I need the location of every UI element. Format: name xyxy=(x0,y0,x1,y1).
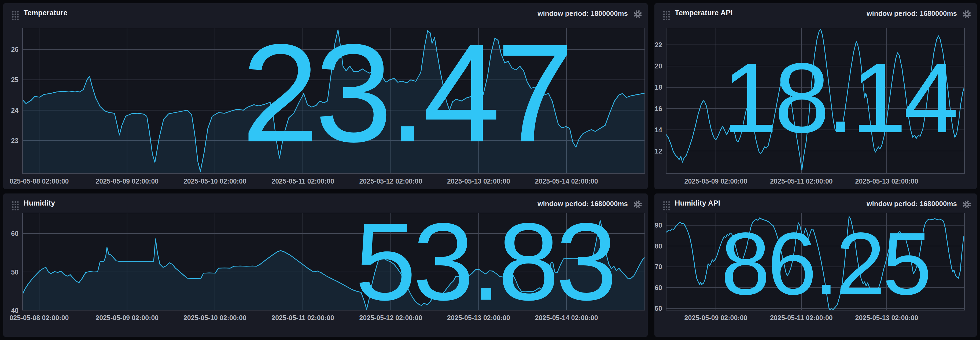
y-axis-tick-label: 70 xyxy=(654,263,662,271)
x-axis-tick-label: 2025-05-14 02:00:00 xyxy=(526,314,607,322)
chart-humidity[interactable]: 605040025-05-08 02:00:002025-05-09 02:00… xyxy=(3,193,648,337)
x-axis-tick-label: 2025-05-12 02:00:00 xyxy=(350,314,431,322)
y-axis-tick-label: 25 xyxy=(3,76,19,84)
y-axis-tick-label: 60 xyxy=(3,230,19,238)
y-axis-tick-label: 60 xyxy=(654,284,662,292)
x-axis-tick-label: 2025-05-12 02:00:00 xyxy=(350,177,431,185)
x-axis-tick-label: 2025-05-14 02:00:00 xyxy=(526,177,607,185)
plot-area[interactable] xyxy=(22,28,645,174)
y-axis-tick-label: 26 xyxy=(3,45,19,53)
y-axis-tick-label: 12 xyxy=(654,147,662,155)
x-axis-tick-label: 2025-05-11 02:00:00 xyxy=(761,314,842,322)
y-axis-tick-label: 20 xyxy=(654,62,662,70)
panel-temperature: Temperature window period: 1800000ms 262… xyxy=(3,3,648,189)
y-axis-tick-label: 90 xyxy=(654,221,662,229)
y-axis-tick-label: 50 xyxy=(3,268,19,276)
panel-humidity-api: Humidity API window period: 1680000ms 90… xyxy=(654,193,977,337)
y-axis-tick-label: 23 xyxy=(3,137,19,145)
y-axis-tick-label: 18 xyxy=(654,83,662,91)
plot-area[interactable] xyxy=(22,213,645,310)
panel-temperature-api: Temperature API window period: 1680000ms… xyxy=(654,3,977,189)
y-axis-tick-label: 80 xyxy=(654,242,662,250)
y-axis-tick-label: 24 xyxy=(3,106,19,114)
dashboard: { "app": { "kind": "time-series dashboar… xyxy=(0,0,980,340)
chart-temperature-api[interactable]: 2220181614122025-05-09 02:00:002025-05-1… xyxy=(654,3,977,189)
y-axis-tick-label: 16 xyxy=(654,105,662,113)
x-axis-tick-label: 2025-05-11 02:00:00 xyxy=(262,314,343,322)
y-axis-tick-label: 14 xyxy=(654,126,662,134)
x-axis-tick-label: 2025-05-09 02:00:00 xyxy=(676,177,756,185)
plot-area[interactable] xyxy=(666,213,965,310)
y-axis-tick-label: 22 xyxy=(654,41,662,49)
x-axis-tick-label: 2025-05-13 02:00:00 xyxy=(846,177,927,185)
x-axis-tick-label: 025-05-08 02:00:00 xyxy=(3,314,80,322)
x-axis-tick-label: 2025-05-09 02:00:00 xyxy=(676,314,756,322)
x-axis-tick-label: 025-05-08 02:00:00 xyxy=(3,177,80,185)
x-axis-tick-label: 2025-05-11 02:00:00 xyxy=(761,177,842,185)
x-axis-tick-label: 2025-05-13 02:00:00 xyxy=(439,314,519,322)
x-axis-tick-label: 2025-05-09 02:00:00 xyxy=(87,177,167,185)
y-axis-tick-label: 40 xyxy=(3,306,19,314)
x-axis-tick-label: 2025-05-13 02:00:00 xyxy=(846,314,927,322)
x-axis-tick-label: 2025-05-10 02:00:00 xyxy=(175,177,255,185)
plot-area[interactable] xyxy=(666,28,965,174)
x-axis-tick-label: 2025-05-13 02:00:00 xyxy=(439,177,519,185)
y-axis-tick-label: 50 xyxy=(654,304,662,312)
chart-temperature[interactable]: 26252423025-05-08 02:00:002025-05-09 02:… xyxy=(3,3,648,189)
x-axis-tick-label: 2025-05-11 02:00:00 xyxy=(262,177,343,185)
chart-humidity-api[interactable]: 90807060502025-05-09 02:00:002025-05-11 … xyxy=(654,193,977,337)
x-axis-tick-label: 2025-05-09 02:00:00 xyxy=(87,314,167,322)
x-axis-tick-label: 2025-05-10 02:00:00 xyxy=(175,314,255,322)
panel-humidity: Humidity window period: 1680000ms 605040… xyxy=(3,193,648,337)
